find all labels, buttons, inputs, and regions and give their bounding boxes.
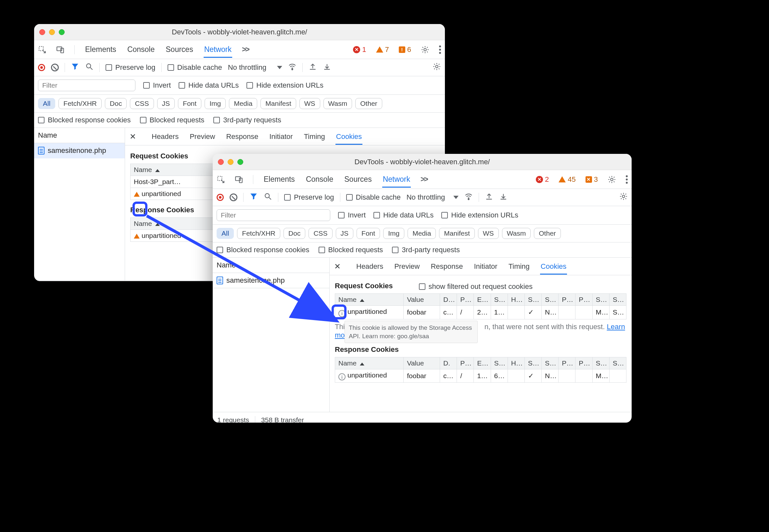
annotation-arrow (0, 0, 769, 532)
svg-line-14 (147, 216, 334, 320)
